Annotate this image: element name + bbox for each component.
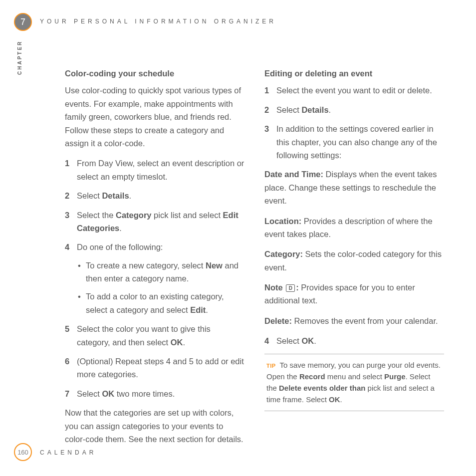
left-outro: Now that the categories are set up with … [65, 406, 244, 446]
right-steps: 1Select the event you want to edit or de… [264, 84, 444, 162]
chapter-number-badge: 7 [14, 13, 32, 31]
bullet-new: To create a new category, select New and… [77, 259, 244, 285]
chapter-title: YOUR PERSONAL INFORMATION ORGANIZER [40, 18, 276, 25]
right-column: Editing or deleting an event 1Select the… [264, 67, 444, 453]
left-column: Color-coding your schedule Use color-cod… [65, 67, 244, 453]
def-delete: Delete: Removes the event from your cale… [264, 314, 444, 327]
tip-box: TIP To save memory, you can purge your o… [264, 354, 444, 411]
step-2: 2Select Details. [65, 189, 244, 202]
step-4: 4Do one of the following: To create a ne… [65, 240, 244, 316]
bullet-edit: To add a color to an existing category, … [77, 290, 244, 316]
tip-label: TIP [266, 363, 276, 369]
side-chapter-label: CHAPTER [17, 30, 22, 75]
rstep-4: 4Select OK. [264, 334, 444, 347]
def-note: Note D: Provides space for you to enter … [264, 281, 444, 307]
page-content: Color-coding your schedule Use color-cod… [65, 67, 444, 453]
left-steps: 1From Day View, select an event descript… [65, 157, 244, 400]
step-4-bullets: To create a new category, select New and… [77, 259, 244, 317]
right-steps-2: 4Select OK. [264, 334, 444, 347]
rstep-1: 1Select the event you want to edit or de… [264, 84, 444, 97]
page-number: 160 [17, 449, 28, 456]
rstep-3: 3In addition to the settings covered ear… [264, 122, 444, 162]
step-5: 5Select the color you want to give this … [65, 322, 244, 349]
page-number-badge: 160 [14, 443, 32, 461]
left-heading: Color-coding your schedule [65, 67, 244, 80]
footer-section: CALENDAR [40, 449, 96, 456]
left-intro: Use color-coding to quickly spot various… [65, 84, 244, 150]
step-6: 6(Optional) Repeat steps 4 and 5 to add … [65, 355, 244, 381]
right-heading: Editing or deleting an event [264, 67, 444, 80]
def-location: Location: Provides a description of wher… [264, 215, 444, 241]
rstep-2: 2Select Details. [264, 103, 444, 116]
chapter-number: 7 [20, 17, 25, 27]
def-category: Category: Sets the color-coded category … [264, 247, 444, 274]
def-date-time: Date and Time: Displays when the event t… [264, 168, 444, 207]
step-7: 7Select OK two more times. [65, 387, 244, 400]
note-icon: D [286, 284, 295, 292]
step-1: 1From Day View, select an event descript… [65, 157, 244, 183]
step-3: 3Select the Category pick list and selec… [65, 209, 244, 235]
